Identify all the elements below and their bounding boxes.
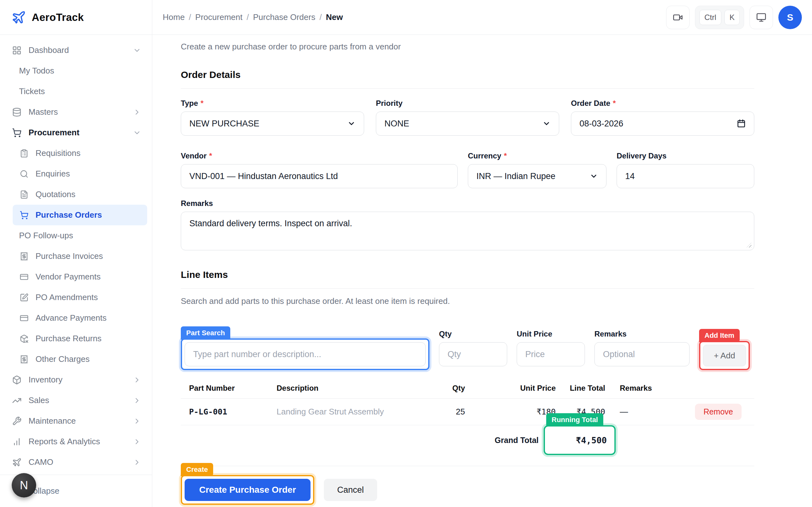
purchase-order-form: Create a new purchase order to procure p… [152, 42, 812, 505]
currency-field: Currency* INR — Indian Rupee [468, 152, 606, 188]
select-chevron-icon [347, 119, 356, 128]
vendor-label: Vendor [181, 152, 206, 160]
package-icon [12, 375, 21, 385]
sidebar-item-po-follow-ups[interactable]: PO Follow-ups [0, 225, 152, 246]
chevron-right-icon [133, 417, 141, 425]
breadcrumb-procurement[interactable]: Procurement [195, 12, 243, 22]
chevron-right-icon [133, 438, 141, 446]
line-remarks-input[interactable] [595, 342, 690, 366]
priority-label: Priority [376, 99, 403, 108]
display-mode-button[interactable] [750, 6, 773, 29]
remarks-label: Remarks [181, 199, 213, 208]
select-chevron-icon [542, 119, 551, 128]
receipt-icon [20, 252, 29, 261]
priority-select[interactable]: NONE [376, 112, 559, 135]
sidebar-item-other-charges[interactable]: Other Charges [0, 349, 152, 370]
remarks-field: Remarks Standard delivery terms. Inspect… [181, 199, 754, 250]
search-icon [20, 170, 29, 178]
breadcrumb-separator: / [319, 12, 322, 22]
breadcrumb: Home / Procurement / Purchase Orders / N… [163, 12, 343, 22]
trending-up-icon [12, 396, 21, 405]
cell-description: Landing Gear Strut Assembly [276, 407, 442, 417]
sidebar-item-label: Advance Payments [36, 313, 107, 323]
sidebar-item-purchase-returns[interactable]: Purchase Returns [0, 328, 152, 349]
sidebar-item-advance-payments[interactable]: Advance Payments [0, 308, 152, 328]
sidebar-item-quotations[interactable]: Quotations [0, 184, 152, 205]
vendor-input[interactable] [181, 164, 458, 188]
sidebar-item-purchase-orders[interactable]: Purchase Orders [13, 205, 147, 225]
type-select[interactable]: NEW PURCHASE [181, 112, 364, 135]
order-date-field: Order Date* 08-03-2026 [571, 99, 754, 135]
order-date-input[interactable]: 08-03-2026 [571, 112, 754, 135]
grand-total-label: Grand Total [495, 436, 539, 445]
sidebar-item-label: Purchase Orders [36, 210, 102, 220]
sidebar-item-label: Purchase Invoices [36, 251, 103, 261]
cell-qty: 25 [442, 407, 465, 417]
currency-label: Currency [468, 152, 501, 160]
sidebar-item-camo[interactable]: CAMO [0, 452, 152, 472]
line-remarks-label: Remarks [595, 330, 626, 338]
part-search-input[interactable] [185, 342, 426, 366]
sidebar-item-label: CAMO [29, 457, 53, 467]
sidebar-item-label: Procurement [29, 128, 79, 137]
create-purchase-order-button[interactable]: Create Purchase Order [185, 479, 310, 501]
qty-input[interactable] [439, 342, 507, 366]
sidebar-item-label: Quotations [36, 189, 75, 199]
wrench-icon [12, 416, 21, 426]
topbar: Home / Procurement / Purchase Orders / N… [152, 0, 812, 35]
required-marker: * [613, 99, 616, 108]
unit-price-input[interactable] [517, 342, 585, 366]
screen-record-button[interactable] [666, 6, 690, 29]
sidebar-item-tickets[interactable]: Tickets [0, 81, 152, 102]
currency-select[interactable]: INR — Indian Rupee [468, 164, 606, 188]
cancel-button[interactable]: Cancel [324, 479, 377, 501]
breadcrumb-purchase-orders[interactable]: Purchase Orders [253, 12, 316, 22]
sidebar-item-enquiries[interactable]: Enquiries [0, 164, 152, 184]
sidebar-item-po-amendments[interactable]: PO Amendments [0, 287, 152, 308]
remove-line-item-button[interactable]: Remove [695, 404, 742, 420]
sidebar-item-my-todos[interactable]: My Todos [0, 60, 152, 81]
sidebar-item-procurement[interactable]: Procurement [0, 122, 152, 143]
part-search-annotation-badge: Part Search [181, 326, 230, 340]
qty-column: Qty [439, 330, 507, 370]
remarks-textarea[interactable]: Standard delivery terms. Inspect on arri… [181, 212, 754, 250]
command-palette-shortcut[interactable]: Ctrl K [695, 6, 744, 29]
clipboard-list-icon [20, 149, 29, 158]
running-total-annotation: Running Total ₹4,500 [544, 425, 616, 455]
table-row: P-LG-001 Landing Gear Strut Assembly 25 … [181, 399, 754, 425]
cell-part-number: P-LG-001 [189, 407, 276, 416]
breadcrumb-home[interactable]: Home [163, 12, 185, 22]
sidebar-item-inventory[interactable]: Inventory [0, 370, 152, 390]
add-item-button[interactable]: + Add [703, 345, 746, 366]
sidebar-item-label: PO Follow-ups [19, 231, 73, 240]
create-annotation: Create Create Purchase Order [181, 475, 314, 505]
sidebar-item-reports-analytics[interactable]: Reports & Analytics [0, 431, 152, 452]
database-icon [12, 107, 21, 117]
user-avatar[interactable]: S [778, 6, 802, 29]
grand-total-value: ₹4,500 [576, 435, 607, 445]
part-search-annotation: Part Search [181, 338, 429, 370]
sidebar-item-requisitions[interactable]: Requisitions [0, 143, 152, 164]
chevron-right-icon [133, 396, 141, 405]
sidebar-item-label: Other Charges [36, 354, 90, 364]
sidebar: AeroTrack Dashboard My Todos Tickets Mas… [0, 0, 152, 507]
create-annotation-badge: Create [181, 463, 213, 476]
sidebar-item-label: Inventory [29, 375, 62, 385]
line-items-heading: Line Items [181, 269, 754, 280]
sidebar-item-purchase-invoices[interactable]: Purchase Invoices [0, 246, 152, 267]
topbar-actions: Ctrl K S [666, 6, 802, 29]
sidebar-item-dashboard[interactable]: Dashboard [0, 40, 152, 60]
sidebar-item-label: Masters [29, 107, 58, 117]
line-remarks-column: Remarks [595, 330, 690, 370]
table-header-row: Part Number Description Qty Unit Price L… [181, 378, 754, 399]
app-logo[interactable]: AeroTrack [0, 0, 152, 35]
delivery-days-label: Delivery Days [617, 152, 666, 160]
floating-badge[interactable]: N [12, 473, 36, 498]
sidebar-item-maintenance[interactable]: Maintenance [0, 411, 152, 431]
sidebar-item-sales[interactable]: Sales [0, 390, 152, 411]
sidebar-item-vendor-payments[interactable]: Vendor Payments [0, 267, 152, 287]
delivery-days-input[interactable] [617, 164, 754, 188]
sidebar-item-masters[interactable]: Masters [0, 102, 152, 122]
sidebar-item-label: Sales [29, 395, 49, 405]
vendor-field: Vendor* [181, 152, 458, 188]
